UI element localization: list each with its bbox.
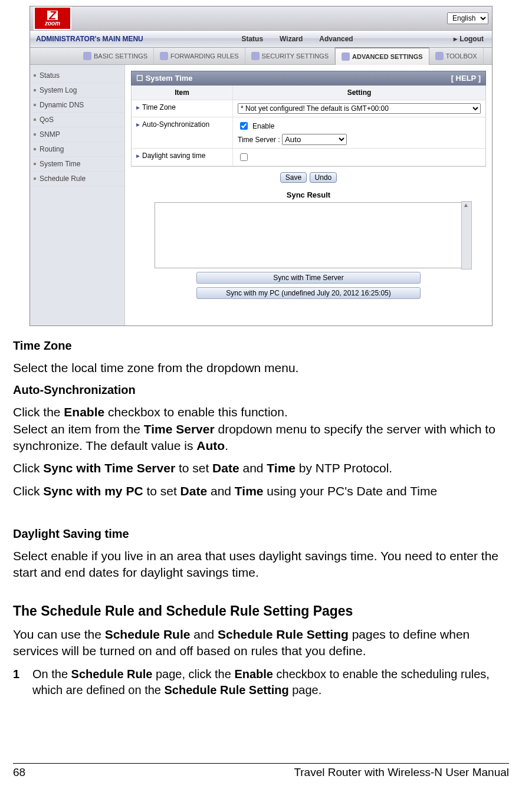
- panel-title: System Time: [146, 74, 193, 83]
- router-ui-frame: Zzoom English ADMINISTRATOR's MAIN MENU …: [29, 6, 493, 326]
- enable-label: Enable: [252, 122, 274, 130]
- dst-checkbox[interactable]: [240, 153, 248, 161]
- tab-toolbox[interactable]: TOOLBOX: [429, 48, 484, 64]
- main-menu: ADMINISTRATOR's MAIN MENU Status Wizard …: [30, 31, 492, 48]
- desc-sync-server: Click Sync with Time Server to set Date …: [13, 460, 509, 476]
- logo-bar: Zzoom English: [30, 6, 492, 31]
- sidebar-item-system-time[interactable]: System Time: [30, 157, 124, 172]
- autosync-enable-checkbox[interactable]: [240, 122, 248, 130]
- sync-result-title: Sync Result: [131, 188, 486, 202]
- undo-button[interactable]: Undo: [310, 172, 337, 183]
- timezone-select[interactable]: * Not yet configured! The default is GMT…: [238, 103, 481, 114]
- row-autosync-label: Auto-Synchronization: [142, 120, 209, 129]
- tab-basic-settings[interactable]: BASIC SETTINGS: [77, 48, 154, 64]
- tab-security-settings[interactable]: SECURITY SETTINGS: [245, 48, 335, 64]
- menu-wizard[interactable]: Wizard: [271, 35, 311, 43]
- timeserver-label: Time Server :: [238, 136, 280, 144]
- panel-header: ☐ System Time [ HELP ]: [131, 71, 486, 86]
- menu-advanced[interactable]: Advanced: [311, 35, 361, 43]
- sidebar-item-snmp[interactable]: SNMP: [30, 127, 124, 142]
- menu-logout[interactable]: ▸ Logout: [445, 35, 492, 43]
- sync-scrollbar[interactable]: [461, 201, 472, 269]
- col-setting: Setting: [233, 86, 485, 100]
- timeserver-select[interactable]: Auto: [282, 134, 347, 145]
- section-intro: You can use the Schedule Rule and Schedu…: [13, 626, 509, 660]
- term-time-zone: Time Zone: [13, 338, 509, 354]
- help-link[interactable]: [ HELP ]: [451, 74, 481, 83]
- sync-with-my-pc-button[interactable]: Sync with my PC (undefined July 20, 2012…: [196, 287, 421, 299]
- desc-time-zone: Select the local time zone from the drop…: [13, 360, 509, 376]
- sidebar-item-qos[interactable]: QoS: [30, 113, 124, 127]
- desc-sync-pc: Click Sync with my PC to set Date and Ti…: [13, 483, 509, 499]
- sync-with-time-server-button[interactable]: Sync with Time Server: [196, 272, 421, 284]
- term-dst: Daylight Saving time: [13, 526, 509, 542]
- sidebar-item-schedule-rule[interactable]: Schedule Rule: [30, 172, 124, 186]
- row-timezone-label: Time Zone: [142, 103, 176, 111]
- sidebar-item-routing[interactable]: Routing: [30, 142, 124, 157]
- col-item: Item: [132, 86, 233, 100]
- panel: ☐ System Time [ HELP ] Item Setting ▸Tim…: [125, 65, 492, 326]
- sidebar: Status System Log Dynamic DNS QoS SNMP R…: [30, 65, 125, 326]
- desc-dst: Select enable if you live in an area tha…: [13, 548, 509, 581]
- step-1: 1 On the Schedule Rule page, click the E…: [13, 666, 509, 698]
- sidebar-item-dynamic-dns[interactable]: Dynamic DNS: [30, 98, 124, 113]
- tab-advanced-settings[interactable]: ADVANCED SETTINGS: [335, 47, 429, 65]
- zoom-logo: Zzoom: [34, 6, 71, 30]
- save-button[interactable]: Save: [280, 172, 307, 183]
- desc-auto-sync: Click the Enable checkbox to enable this…: [13, 404, 509, 454]
- term-auto-sync: Auto-Synchronization: [13, 382, 509, 398]
- language-select[interactable]: English: [447, 12, 488, 24]
- tab-forwarding-rules[interactable]: FORWARDING RULES: [154, 48, 245, 64]
- sidebar-item-system-log[interactable]: System Log: [30, 83, 124, 98]
- manual-title: Travel Router with Wireless-N User Manua…: [294, 766, 509, 779]
- sub-tabs: BASIC SETTINGS FORWARDING RULES SECURITY…: [30, 48, 492, 65]
- page-number: 68: [13, 766, 25, 779]
- page-footer: 68 Travel Router with Wireless-N User Ma…: [13, 763, 509, 779]
- sync-result-box: [155, 202, 462, 268]
- row-dst-label: Daylight saving time: [142, 152, 205, 160]
- menu-status[interactable]: Status: [233, 35, 271, 43]
- section-heading: The Schedule Rule and Schedule Rule Sett…: [13, 602, 509, 620]
- sidebar-item-status[interactable]: Status: [30, 68, 124, 83]
- admin-menu-label: ADMINISTRATOR's MAIN MENU: [30, 35, 149, 43]
